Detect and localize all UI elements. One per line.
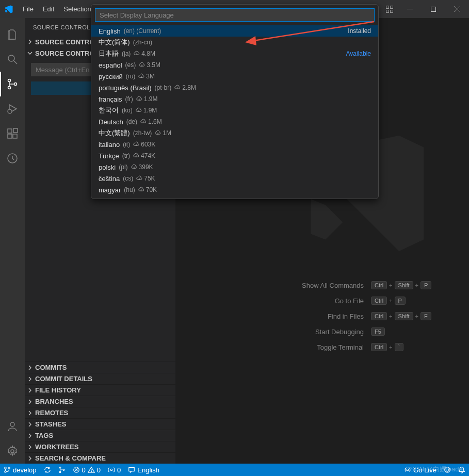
quickpick-item[interactable]: 日本語(ja) 4.8MAvailable <box>91 48 378 59</box>
quickpick-item[interactable]: polski(pl) 399K <box>91 161 378 173</box>
quickpick-item[interactable]: español(es) 3.5M <box>91 59 378 71</box>
section-branches[interactable]: BRANCHES <box>25 396 175 407</box>
svg-point-14 <box>14 83 17 86</box>
quickpick-item-downloads: 1M <box>155 129 171 137</box>
close-button[interactable] <box>445 0 469 18</box>
quickpick-item-code: (pt-br) <box>155 84 172 91</box>
quickpick-item-downloads: 3.5M <box>139 61 160 69</box>
status-go-live[interactable]: Go Live <box>400 464 440 476</box>
section-commits[interactable]: COMMITS <box>25 362 175 373</box>
quickpick-item-name: français <box>99 95 122 103</box>
menu-selection[interactable]: Selection <box>59 3 95 15</box>
quickpick-item[interactable]: 中文(繁體)(zh-tw) 1M <box>91 127 378 139</box>
menu-file[interactable]: File <box>19 3 38 15</box>
section-worktrees[interactable]: WORKTREES <box>25 441 175 452</box>
status-problems[interactable]: 0 0 <box>69 464 104 476</box>
quickpick-item-code: (es) <box>125 61 136 69</box>
quickpick-item-name: Türkçe <box>99 152 119 160</box>
svg-point-12 <box>8 79 11 82</box>
svg-point-10 <box>8 55 14 61</box>
activity-gitlens[interactable] <box>0 146 25 171</box>
section-commit-details[interactable]: COMMIT DETAILS <box>25 373 175 384</box>
quickpick-item-name: magyar <box>99 186 121 194</box>
quickpick-item-downloads: 603K <box>133 141 155 148</box>
status-warning-count: 0 <box>97 466 101 474</box>
key-backtick: ` <box>395 343 404 351</box>
maximize-button[interactable] <box>422 0 445 18</box>
section-file-history[interactable]: FILE HISTORY <box>25 384 175 396</box>
quickpick-item[interactable]: čeština(cs) 75K <box>91 173 378 184</box>
broadcast-icon <box>404 466 411 473</box>
status-notifications[interactable] <box>455 464 469 476</box>
activity-accounts[interactable] <box>0 414 25 439</box>
quickpick-item-downloads: 1.9M <box>136 95 158 103</box>
status-graph[interactable] <box>55 464 69 476</box>
status-sync[interactable] <box>40 464 55 476</box>
svg-rect-18 <box>13 134 17 138</box>
branch-icon <box>4 466 11 473</box>
key-ctrl: Ctrl <box>371 343 387 351</box>
quickpick-item[interactable]: italiano(it) 603K <box>91 139 378 150</box>
layout-customize-icon[interactable] <box>385 5 394 13</box>
quickpick-item[interactable]: português (Brasil)(pt-br) 2.8M <box>91 82 378 93</box>
section-tags[interactable]: TAGS <box>25 430 175 441</box>
activity-extensions[interactable] <box>0 121 25 146</box>
section-label: STASHES <box>35 420 66 428</box>
quickpick-tag-available: Available <box>346 50 371 57</box>
status-branch[interactable]: develop <box>0 464 40 476</box>
quickpick-item-code: (hu) <box>124 186 135 193</box>
svg-point-22 <box>11 450 14 453</box>
quickpick-item[interactable]: 한국어(ko) 1.9M <box>91 105 378 116</box>
status-feedback[interactable] <box>440 464 455 476</box>
key-ctrl: Ctrl <box>371 312 387 320</box>
section-remotes[interactable]: REMOTES <box>25 407 175 418</box>
quickpick-item-name: 日本語 <box>99 49 119 58</box>
quickpick-item[interactable]: français(fr) 1.9M <box>91 93 378 105</box>
key-ctrl: Ctrl <box>371 281 387 289</box>
minimize-button[interactable] <box>398 0 422 18</box>
gitlens-sections: COMMITS COMMIT DETAILS FILE HISTORY BRAN… <box>25 362 175 464</box>
quickpick-item[interactable]: 中文(简体)(zh-cn) <box>91 37 378 48</box>
shortcut-toggle-terminal: Toggle Terminal Ctrl+` <box>317 343 448 351</box>
svg-point-13 <box>8 87 11 89</box>
activitybar <box>0 18 25 464</box>
quickpick-input[interactable] <box>95 8 375 22</box>
chevron-right-icon <box>27 376 33 382</box>
chevron-right-icon <box>27 365 33 371</box>
activity-explorer[interactable] <box>0 22 25 47</box>
status-error-count: 0 <box>82 466 86 474</box>
chevron-right-icon <box>27 387 33 393</box>
section-label: COMMITS <box>35 364 67 371</box>
status-ports[interactable]: 0 <box>104 464 124 476</box>
quickpick-item-code: (ru) <box>126 73 136 80</box>
section-label: REMOTES <box>35 409 68 417</box>
quickpick-item-downloads: 4.8M <box>134 50 155 57</box>
activity-settings[interactable] <box>0 439 25 464</box>
section-label: COMMIT DETAILS <box>35 375 92 383</box>
quickpick-item[interactable]: русский(ru) 3M <box>91 71 378 82</box>
svg-point-26 <box>59 467 61 468</box>
section-stashes[interactable]: STASHES <box>25 418 175 430</box>
key-p: P <box>395 297 406 305</box>
chevron-right-icon <box>27 399 33 405</box>
activity-source-control[interactable] <box>0 72 25 96</box>
quickpick-item[interactable]: Deutsch(de) 1.6M <box>91 116 378 127</box>
quickpick-item-code: (de) <box>126 118 137 125</box>
section-search-compare[interactable]: SEARCH & COMPARE <box>25 452 175 464</box>
quickpick-item-code: (cs) <box>123 175 133 182</box>
quickpick-item[interactable]: magyar(hu) 70K <box>91 184 378 195</box>
quickpick-item[interactable]: Türkçe(tr) 474K <box>91 150 378 161</box>
menu-edit[interactable]: Edit <box>39 3 58 15</box>
quickpick-item[interactable]: English(en) (Current)Installed <box>91 25 378 37</box>
svg-rect-17 <box>8 134 12 138</box>
svg-point-24 <box>5 471 7 473</box>
chevron-right-icon <box>27 39 33 45</box>
svg-point-28 <box>63 469 64 471</box>
activity-run-debug[interactable] <box>0 96 25 121</box>
status-language-mode[interactable]: English <box>124 464 163 476</box>
section-label: TAGS <box>35 432 53 439</box>
activity-search[interactable] <box>0 47 25 72</box>
shortcut-label: Toggle Terminal <box>317 343 364 351</box>
quickpick-item-code: (en) (Current) <box>124 27 161 35</box>
quickpick-item-downloads: 474K <box>133 152 155 159</box>
